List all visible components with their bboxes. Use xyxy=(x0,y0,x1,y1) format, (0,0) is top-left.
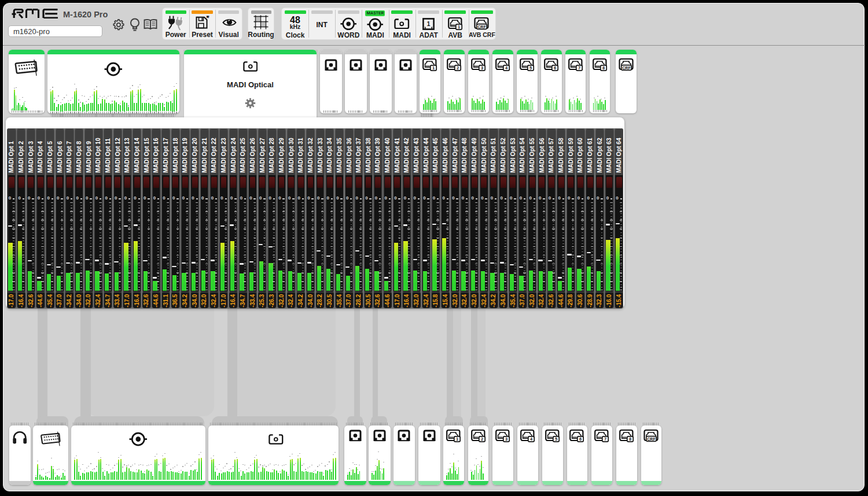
svg-text:1: 1 xyxy=(456,436,458,442)
svg-text:6: 6 xyxy=(554,65,556,71)
svg-text:8: 8 xyxy=(629,436,631,442)
svg-text:8: 8 xyxy=(602,65,604,71)
svg-text:2: 2 xyxy=(481,436,483,442)
svg-text:3: 3 xyxy=(481,65,483,71)
svg-text:CRF: CRF xyxy=(622,65,631,69)
svg-text:5: 5 xyxy=(555,436,557,442)
svg-text:5: 5 xyxy=(529,65,532,71)
svg-text:1: 1 xyxy=(427,21,431,27)
svg-text:CRF: CRF xyxy=(647,436,656,441)
svg-text:*: * xyxy=(206,16,209,23)
svg-text:1: 1 xyxy=(458,24,460,29)
svg-text:CRF: CRF xyxy=(478,25,487,29)
svg-text:7: 7 xyxy=(578,65,580,71)
svg-text:1: 1 xyxy=(432,65,435,71)
svg-text:3: 3 xyxy=(505,436,507,442)
svg-text:7: 7 xyxy=(604,436,606,442)
svg-text:2: 2 xyxy=(457,65,459,71)
svg-text:6: 6 xyxy=(579,436,582,442)
